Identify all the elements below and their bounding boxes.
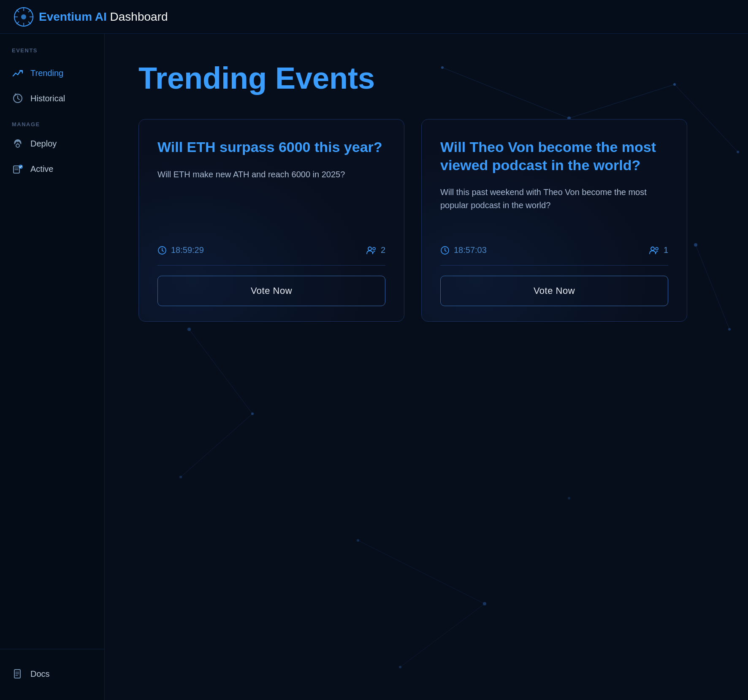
- svg-point-1: [21, 14, 26, 19]
- main-layout: EVENTS Trending Hist: [0, 34, 748, 700]
- card-description-eth: Will ETH make new ATH and reach 6000 in …: [157, 168, 385, 231]
- card-meta-theo: 18:57:03 1: [440, 245, 668, 255]
- logo-text: Eventium AI Dashboard: [39, 10, 168, 24]
- svg-point-55: [651, 247, 654, 250]
- docs-icon: [12, 668, 24, 680]
- sidebar-footer: Docs: [0, 649, 104, 686]
- svg-line-49: [162, 250, 163, 252]
- sidebar-item-trending[interactable]: Trending: [0, 60, 104, 86]
- participants-icon-2: [649, 246, 659, 255]
- historical-icon: [12, 92, 24, 104]
- svg-point-50: [368, 247, 371, 250]
- sidebar: EVENTS Trending Hist: [0, 34, 105, 700]
- card-participants-theo: 1: [649, 245, 668, 255]
- card-timer-theo: 18:57:03: [440, 245, 487, 255]
- sidebar-item-deploy[interactable]: Deploy: [0, 131, 104, 156]
- sidebar-docs-label: Docs: [30, 669, 50, 679]
- sidebar-item-docs[interactable]: Docs: [0, 661, 104, 686]
- card-description-theo: Will this past weekend with Theo Von bec…: [440, 186, 668, 230]
- vote-button-theo[interactable]: Vote Now: [440, 276, 668, 306]
- card-title-theo: Will Theo Von become the most viewed pod…: [440, 138, 668, 174]
- card-participants-value-theo: 1: [664, 245, 668, 255]
- participants-icon: [366, 246, 377, 255]
- event-card-eth: Will ETH surpass 6000 this year? Will ET…: [138, 119, 404, 322]
- card-divider-theo: [440, 265, 668, 266]
- active-icon: [12, 163, 24, 175]
- card-title-eth: Will ETH surpass 6000 this year?: [157, 138, 385, 156]
- svg-line-29: [181, 414, 252, 477]
- events-section-label: EVENTS: [0, 47, 104, 54]
- card-participants-eth: 2: [366, 245, 385, 255]
- svg-line-54: [445, 250, 446, 252]
- vote-button-eth[interactable]: Vote Now: [157, 276, 385, 306]
- svg-point-56: [656, 247, 658, 250]
- svg-point-42: [357, 539, 359, 542]
- card-timer-value-theo: 18:57:03: [454, 245, 487, 255]
- card-timer-value-eth: 18:59:29: [171, 245, 204, 255]
- svg-point-51: [373, 247, 375, 250]
- manage-section-label: MANAGE: [0, 121, 104, 128]
- card-timer-eth: 18:59:29: [157, 245, 204, 255]
- deploy-icon: [12, 138, 24, 149]
- event-card-theo: Will Theo Von become the most viewed pod…: [421, 119, 687, 322]
- sidebar-item-active[interactable]: Active: [0, 156, 104, 182]
- logo: Eventium AI Dashboard: [14, 7, 168, 27]
- page-title: Trending Events: [138, 61, 714, 95]
- sidebar-active-label: Active: [30, 164, 53, 174]
- svg-line-31: [358, 540, 485, 604]
- card-meta-eth: 18:59:29 2: [157, 245, 385, 255]
- svg-point-43: [483, 602, 486, 605]
- card-participants-value-eth: 2: [381, 245, 385, 255]
- svg-line-32: [400, 604, 485, 667]
- sidebar-item-historical[interactable]: Historical: [0, 86, 104, 111]
- svg-point-45: [568, 497, 570, 499]
- card-divider-eth: [157, 265, 385, 266]
- content-inner: Trending Events Will ETH surpass 6000 th…: [105, 34, 748, 349]
- app-header: Eventium AI Dashboard: [0, 0, 748, 34]
- trending-icon: [12, 67, 24, 79]
- logo-icon: [14, 7, 34, 27]
- sidebar-deploy-label: Deploy: [30, 139, 57, 149]
- svg-point-13: [16, 144, 19, 147]
- cards-grid: Will ETH surpass 6000 this year? Will ET…: [138, 119, 687, 322]
- svg-point-38: [251, 412, 254, 415]
- svg-point-44: [399, 666, 401, 668]
- content-area: Trending Events Will ETH surpass 6000 th…: [105, 34, 748, 700]
- svg-point-39: [179, 476, 182, 478]
- svg-line-12: [18, 98, 19, 100]
- sidebar-historical-label: Historical: [30, 94, 65, 103]
- clock-icon: [157, 246, 167, 255]
- clock-icon-2: [440, 246, 450, 255]
- sidebar-trending-label: Trending: [30, 68, 63, 78]
